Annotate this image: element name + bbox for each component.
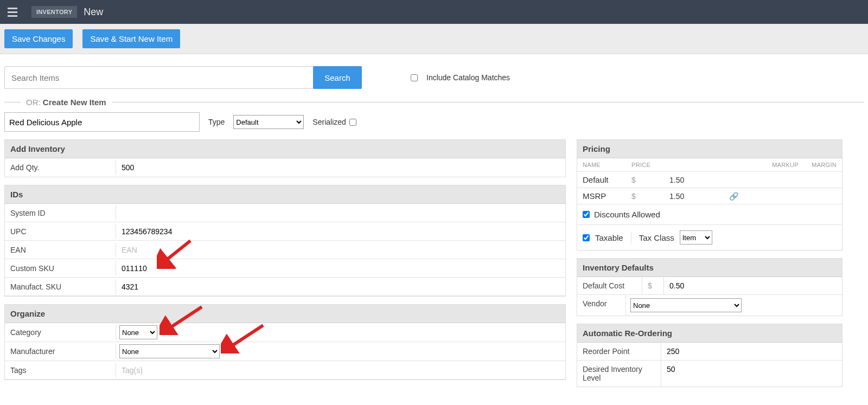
discounts-label: Discounts Allowed bbox=[594, 210, 660, 219]
top-bar: INVENTORY New bbox=[0, 0, 868, 24]
link-icon[interactable]: 🔗 bbox=[729, 192, 738, 201]
reorder-point-input[interactable] bbox=[666, 345, 838, 358]
currency-label: $ bbox=[631, 192, 669, 201]
menu-icon[interactable] bbox=[3, 2, 23, 22]
inventory-defaults-panel: Inventory Defaults Default Cost $ Vendor… bbox=[577, 258, 843, 316]
desired-level-label: Desired Inventory Level bbox=[577, 361, 661, 387]
price-name: Default bbox=[583, 175, 631, 184]
include-catalog-checkbox[interactable] bbox=[411, 74, 418, 81]
tax-class-label: Tax Class bbox=[639, 233, 674, 242]
manufact-sku-label: Manufact. SKU bbox=[5, 279, 116, 294]
price-value[interactable]: 1.50 bbox=[669, 176, 707, 184]
upc-input[interactable] bbox=[119, 225, 562, 238]
add-inventory-panel: Add Inventory Add Qty. bbox=[4, 139, 566, 177]
type-label: Type bbox=[208, 118, 225, 126]
price-name: MSRP bbox=[583, 191, 631, 201]
system-id-input[interactable] bbox=[119, 207, 562, 220]
action-bar: Save Changes Save & Start New Item bbox=[0, 24, 868, 54]
or-prefix: OR: bbox=[26, 98, 43, 107]
default-cost-label: Default Cost bbox=[577, 277, 642, 294]
organize-panel: Organize Category None Manufacturer None… bbox=[4, 304, 566, 380]
reorder-panel: Automatic Re-Ordering Reorder Point Desi… bbox=[577, 324, 843, 387]
currency-label: $ bbox=[631, 176, 669, 184]
or-separator: OR: Create New Item bbox=[4, 98, 864, 107]
vendor-label: Vendor bbox=[577, 295, 626, 316]
discounts-checkbox[interactable] bbox=[583, 211, 590, 218]
tax-class-select[interactable]: Item bbox=[680, 230, 712, 245]
panel-title: IDs bbox=[5, 185, 565, 204]
tags-label: Tags bbox=[5, 363, 116, 378]
or-strong: Create New Item bbox=[43, 98, 106, 107]
ean-label: EAN bbox=[5, 242, 116, 258]
panel-title: Add Inventory bbox=[5, 140, 565, 158]
custom-sku-label: Custom SKU bbox=[5, 261, 116, 276]
manufacturer-select[interactable]: None bbox=[119, 344, 220, 358]
serialized-checkbox[interactable] bbox=[349, 119, 356, 126]
manufact-sku-input[interactable] bbox=[119, 280, 562, 293]
pricing-columns: NAME PRICE MARKUP MARGIN bbox=[577, 158, 842, 172]
ean-input[interactable] bbox=[119, 243, 562, 256]
vendor-select[interactable]: None bbox=[630, 298, 742, 312]
search-row: Search Include Catalog Matches bbox=[4, 66, 864, 89]
serialized-label: Serialized bbox=[312, 118, 346, 126]
item-name-input[interactable] bbox=[4, 112, 200, 132]
save-button[interactable]: Save Changes bbox=[4, 29, 73, 48]
panel-title: Pricing bbox=[577, 140, 842, 158]
currency-label: $ bbox=[642, 277, 664, 294]
tags-input[interactable] bbox=[119, 364, 562, 377]
add-qty-input[interactable] bbox=[119, 161, 562, 174]
default-cost-input[interactable] bbox=[668, 279, 838, 292]
breadcrumb-page: New bbox=[84, 7, 103, 18]
price-row: Default $ 1.50 bbox=[577, 172, 842, 188]
panel-title: Automatic Re-Ordering bbox=[577, 324, 842, 343]
price-row: MSRP $ 1.50 🔗 bbox=[577, 188, 842, 204]
search-input[interactable] bbox=[4, 66, 314, 89]
save-and-new-button[interactable]: Save & Start New Item bbox=[82, 29, 180, 48]
category-label: Category bbox=[5, 325, 116, 340]
add-qty-label: Add Qty. bbox=[5, 160, 116, 175]
system-id-label: System ID bbox=[5, 205, 116, 221]
panel-title: Inventory Defaults bbox=[577, 259, 842, 277]
type-select[interactable]: Default bbox=[233, 115, 304, 129]
custom-sku-input[interactable] bbox=[119, 262, 562, 275]
breadcrumb-badge[interactable]: INVENTORY bbox=[31, 6, 77, 18]
ids-panel: IDs System ID UPC EAN Custom SKU bbox=[4, 185, 566, 297]
taxable-checkbox[interactable] bbox=[583, 234, 590, 241]
include-catalog-label: Include Catalog Matches bbox=[426, 73, 510, 82]
search-button[interactable]: Search bbox=[313, 66, 362, 89]
upc-label: UPC bbox=[5, 224, 116, 239]
taxable-label: Taxable bbox=[595, 233, 623, 242]
pricing-panel: Pricing NAME PRICE MARKUP MARGIN Default… bbox=[577, 139, 843, 250]
price-value[interactable]: 1.50 bbox=[669, 192, 707, 201]
reorder-point-label: Reorder Point bbox=[577, 343, 661, 360]
category-select[interactable]: None bbox=[119, 325, 157, 339]
new-item-row: Type Default Serialized bbox=[4, 112, 864, 132]
desired-level-input[interactable] bbox=[666, 363, 838, 376]
panel-title: Organize bbox=[5, 305, 565, 323]
manufacturer-label: Manufacturer bbox=[5, 344, 116, 359]
